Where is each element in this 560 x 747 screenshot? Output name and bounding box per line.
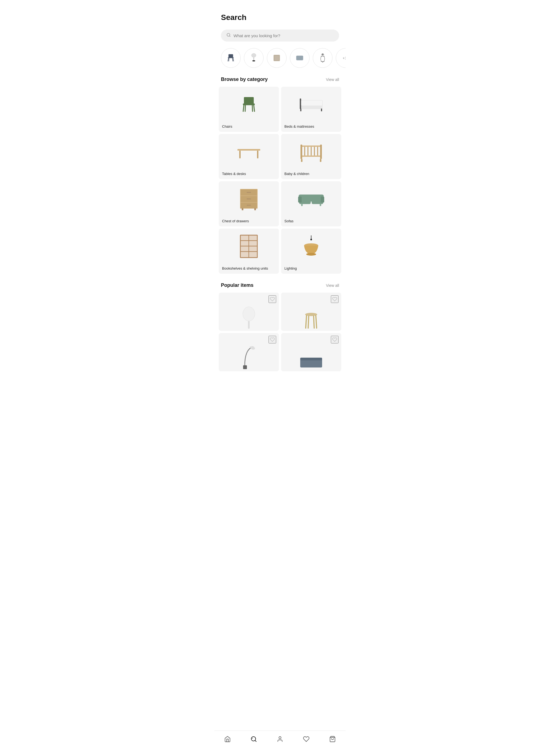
popular-card-2[interactable]: [281, 292, 341, 331]
wishlist-button-4[interactable]: [331, 336, 338, 343]
category-label-baby: Baby & children: [281, 170, 341, 179]
svg-rect-43: [301, 159, 302, 162]
svg-line-81: [306, 315, 307, 328]
svg-rect-69: [249, 241, 257, 246]
svg-rect-30: [321, 108, 322, 111]
svg-rect-67: [249, 235, 257, 240]
category-label-sofas: Sofas: [281, 217, 341, 226]
svg-point-16: [321, 56, 325, 62]
svg-rect-49: [247, 192, 251, 193]
svg-rect-42: [317, 147, 318, 156]
category-card-beds[interactable]: Beds & mattresses: [281, 87, 341, 132]
svg-rect-51: [247, 205, 251, 206]
category-label-lighting: Lighting: [281, 264, 341, 274]
svg-line-25: [252, 105, 253, 111]
quick-circle-lamp[interactable]: [244, 48, 263, 68]
svg-rect-21: [243, 103, 255, 105]
svg-point-8: [252, 53, 256, 57]
category-card-tables[interactable]: Tables & desks: [219, 134, 279, 179]
svg-rect-39: [307, 147, 308, 156]
category-image-chairs: [219, 87, 279, 122]
svg-line-7: [232, 58, 233, 61]
svg-rect-34: [301, 146, 321, 147]
svg-point-78: [243, 307, 255, 321]
category-label-tables: Tables & desks: [219, 170, 279, 179]
svg-rect-32: [239, 151, 240, 158]
category-image-sofas: [281, 181, 341, 217]
quick-circle-lantern[interactable]: [313, 48, 332, 68]
svg-rect-29: [300, 108, 301, 111]
browse-section-header: Browse by category View all: [214, 77, 346, 87]
svg-rect-44: [320, 159, 321, 162]
svg-rect-37: [320, 145, 322, 159]
svg-rect-60: [320, 204, 321, 206]
wishlist-button-2[interactable]: [331, 295, 338, 303]
svg-rect-33: [257, 151, 258, 158]
category-label-drawers: Chest of drawers: [219, 217, 279, 226]
svg-line-23: [254, 105, 255, 111]
search-input[interactable]: [233, 33, 334, 38]
popular-card-4[interactable]: [281, 333, 341, 371]
category-label-beds: Beds & mattresses: [281, 122, 341, 132]
browse-section-title: Browse by category: [221, 77, 268, 82]
popular-view-all[interactable]: View all: [326, 283, 339, 288]
svg-line-24: [245, 105, 246, 111]
category-image-beds: [281, 87, 341, 122]
svg-rect-73: [249, 252, 257, 257]
category-image-lighting: [281, 229, 341, 264]
popular-section-title: Popular items: [221, 282, 253, 288]
quick-circle-blanket[interactable]: [290, 48, 309, 68]
svg-rect-71: [249, 247, 257, 251]
svg-rect-70: [240, 247, 249, 251]
svg-rect-68: [240, 241, 249, 246]
wishlist-button-1[interactable]: [269, 295, 276, 303]
svg-rect-87: [300, 358, 322, 360]
svg-line-82: [316, 315, 316, 328]
browse-view-all[interactable]: View all: [326, 77, 339, 82]
svg-line-1: [229, 36, 230, 36]
svg-rect-31: [237, 149, 260, 151]
svg-rect-14: [322, 54, 324, 54]
wishlist-button-3[interactable]: [269, 336, 276, 343]
popular-card-3[interactable]: [219, 333, 279, 371]
quick-circle-more[interactable]: +14: [336, 48, 346, 68]
category-card-bookshelves[interactable]: Bookshelves & shelving units: [219, 229, 279, 274]
popular-card-1[interactable]: [219, 292, 279, 331]
quick-circle-rug[interactable]: [267, 48, 286, 68]
svg-line-5: [233, 58, 233, 61]
svg-line-83: [308, 316, 309, 328]
search-container: [214, 26, 346, 48]
category-card-sofas[interactable]: Sofas: [281, 181, 341, 226]
svg-point-77: [306, 253, 316, 256]
svg-rect-28: [301, 100, 322, 106]
svg-rect-3: [229, 54, 233, 57]
svg-point-10: [252, 60, 255, 61]
search-icon: [226, 33, 231, 38]
popular-grid: [214, 292, 346, 371]
svg-rect-40: [311, 147, 312, 156]
svg-line-4: [228, 58, 229, 61]
search-bar: [221, 29, 339, 42]
svg-rect-72: [240, 252, 249, 257]
category-grid: Chairs Beds & mattresses: [214, 87, 346, 282]
popular-section-header: Popular items View all: [214, 282, 346, 292]
svg-line-84: [314, 316, 314, 328]
svg-rect-50: [247, 199, 251, 199]
svg-rect-35: [301, 156, 321, 157]
svg-rect-58: [321, 197, 324, 203]
quick-access-row: +14: [214, 48, 346, 77]
category-card-chairs[interactable]: Chairs: [219, 87, 279, 132]
category-image-baby: [281, 134, 341, 170]
category-card-baby[interactable]: Baby & children: [281, 134, 341, 179]
category-card-lighting[interactable]: Lighting: [281, 229, 341, 274]
quick-circle-chair[interactable]: [221, 48, 240, 68]
svg-rect-52: [242, 208, 244, 210]
quick-circle-more-label: +14: [342, 56, 346, 60]
category-label-chairs: Chairs: [219, 122, 279, 132]
category-image-drawers: [219, 181, 279, 217]
svg-rect-20: [244, 97, 254, 104]
page-title: Search: [221, 13, 339, 22]
category-card-drawers[interactable]: Chest of drawers: [219, 181, 279, 226]
category-label-bookshelves: Bookshelves & shelving units: [219, 264, 279, 274]
svg-line-22: [243, 105, 244, 111]
